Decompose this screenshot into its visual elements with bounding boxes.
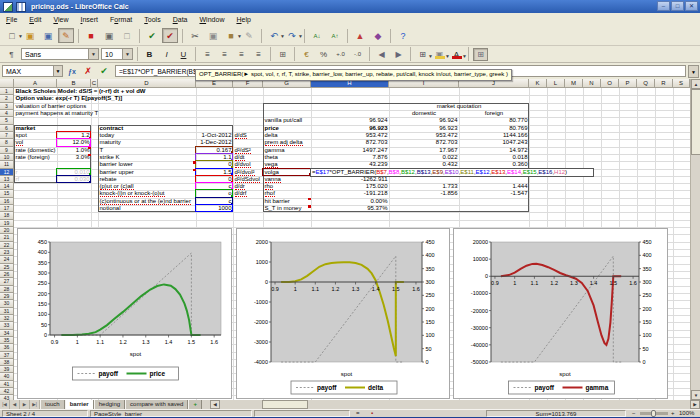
cell-H5[interactable]: 96.924 bbox=[311, 117, 389, 124]
print-preview-icon[interactable]: □ bbox=[119, 28, 135, 43]
cell-A7[interactable]: spot bbox=[14, 132, 57, 139]
row-header-21[interactable]: 21 bbox=[0, 234, 14, 241]
cell-J10[interactable]: 0.018 bbox=[459, 154, 529, 161]
currency-icon[interactable]: € bbox=[299, 48, 314, 61]
row-header-4[interactable]: 4 bbox=[0, 110, 14, 117]
menu-file[interactable]: File bbox=[0, 13, 23, 26]
borders-icon[interactable]: ⊞▼ bbox=[415, 48, 430, 61]
row-header-3[interactable]: 3 bbox=[0, 103, 14, 110]
sort-ascending-icon[interactable]: A↓ bbox=[309, 28, 325, 43]
cell-A10[interactable]: rate (foreign) bbox=[14, 154, 57, 161]
row-header-33[interactable]: 33 bbox=[0, 322, 14, 329]
horizontal-scrollbar[interactable]: ◀▶ bbox=[210, 400, 700, 409]
font-name-combo[interactable]: Sans▼ bbox=[21, 48, 99, 60]
cell-J11[interactable]: 0.360 bbox=[459, 161, 529, 168]
font-size-combo[interactable]: 10▼ bbox=[101, 48, 133, 60]
row-header-25[interactable]: 25 bbox=[0, 264, 14, 271]
cell-A13[interactable]: rf bbox=[14, 176, 57, 183]
cut-icon[interactable]: ✂ bbox=[187, 28, 203, 43]
copy-icon[interactable]: ▣ bbox=[205, 28, 221, 43]
cell-in-edit-H12[interactable]: =E$17*OPT_BARRIER(B$7,B$8,B$12,B$13,E$9,… bbox=[311, 169, 593, 176]
row-header-29[interactable]: 29 bbox=[0, 293, 14, 300]
cell-D9[interactable]: T bbox=[98, 147, 196, 154]
cell-H14[interactable]: 175.020 bbox=[311, 183, 389, 190]
cell-I4[interactable]: domestic bbox=[389, 110, 459, 117]
cell-D16[interactable]: (c)ontinuous or at the (e)nd barrier bbox=[98, 198, 196, 205]
row-header-1[interactable]: 1 bbox=[0, 88, 14, 95]
font-name-dropdown-icon[interactable]: ▼ bbox=[88, 49, 98, 59]
column-header-O[interactable]: O bbox=[601, 79, 619, 88]
sheet-nav-prev-icon[interactable]: ◀ bbox=[10, 400, 20, 409]
cell-A12[interactable]: r bbox=[14, 169, 57, 176]
cell-A2[interactable]: Option value: exp(-r T) E[payoff(S_T)] bbox=[14, 95, 57, 102]
cell-I5[interactable]: 96.924 bbox=[389, 117, 459, 124]
cell-A6[interactable]: market bbox=[14, 125, 57, 132]
cell-J5[interactable]: 80.770 bbox=[459, 117, 529, 124]
new-document-icon[interactable]: □▼ bbox=[4, 28, 20, 43]
row-header-14[interactable]: 14 bbox=[0, 183, 14, 190]
cell-D15[interactable]: knock-(i)n or knock-(o)ut bbox=[98, 190, 196, 197]
column-header-C[interactable]: C bbox=[91, 79, 98, 88]
row-header-28[interactable]: 28 bbox=[0, 286, 14, 293]
cell-A8[interactable]: vol bbox=[14, 139, 57, 146]
chart-delta[interactable]: 200010000-1000-2000-3000-400045040035030… bbox=[236, 228, 450, 399]
cell-F7[interactable]: d/dS bbox=[233, 132, 263, 139]
cell-A3[interactable]: valuation of barrier options bbox=[14, 103, 57, 110]
row-header-6[interactable]: 6 bbox=[0, 125, 14, 132]
cell-A1[interactable]: Black Scholes Model: dS/S = (r-rf) dt + … bbox=[14, 88, 57, 95]
paste-icon[interactable]: ■▼ bbox=[223, 28, 239, 43]
help-icon[interactable]: ? bbox=[395, 28, 411, 43]
cell-H6[interactable]: 96.923 bbox=[311, 125, 389, 132]
sheet-tab-touch[interactable]: touch bbox=[40, 400, 65, 409]
row-header-7[interactable]: 7 bbox=[0, 132, 14, 139]
cell-F10[interactable]: d/dt bbox=[233, 154, 263, 161]
cell-F14[interactable]: d/dr bbox=[233, 183, 263, 190]
merge-cells-icon[interactable]: ⊞ bbox=[275, 48, 290, 61]
horizontal-scrollbar-thumb[interactable] bbox=[262, 400, 308, 409]
row-header-12[interactable]: 12 bbox=[0, 169, 14, 176]
menu-data[interactable]: Data bbox=[167, 13, 194, 26]
function-wizard-icon[interactable]: ƒx bbox=[65, 65, 79, 78]
row-header-10[interactable]: 10 bbox=[0, 154, 14, 161]
decrease-indent-icon[interactable]: ◀ bbox=[374, 48, 389, 61]
cell-F12[interactable]: d²/dvol² bbox=[233, 169, 263, 176]
bold-icon[interactable]: B bbox=[142, 48, 157, 61]
cell-G7[interactable]: delta bbox=[263, 132, 311, 139]
zoom-slider[interactable] bbox=[640, 412, 668, 415]
sheet-nav-next-icon[interactable]: ▶ bbox=[20, 400, 30, 409]
zoom-slider-thumb[interactable] bbox=[651, 410, 656, 417]
cell-E7[interactable]: 1-Oct-2012 bbox=[196, 132, 233, 139]
cell-I10[interactable]: 0.022 bbox=[389, 154, 459, 161]
cell-I11[interactable]: 0.432 bbox=[389, 161, 459, 168]
cell-J6[interactable]: 80.769 bbox=[459, 125, 529, 132]
menu-tools[interactable]: Tools bbox=[138, 13, 166, 26]
minimize-button[interactable]: – bbox=[657, 1, 670, 11]
scroll-up-icon[interactable]: ▲ bbox=[691, 79, 700, 89]
row-header-5[interactable]: 5 bbox=[0, 117, 14, 124]
row-header-35[interactable]: 35 bbox=[0, 337, 14, 344]
cell-D17[interactable]: notional bbox=[98, 205, 196, 212]
maximize-button[interactable]: □ bbox=[671, 1, 684, 11]
cell-G9[interactable]: gamma bbox=[263, 147, 311, 154]
styles-icon[interactable]: ¶ bbox=[4, 48, 19, 61]
row-header-39[interactable]: 39 bbox=[0, 366, 14, 373]
row-header-42[interactable]: 42 bbox=[0, 388, 14, 395]
column-header-N[interactable]: N bbox=[583, 79, 601, 88]
cancel-icon[interactable]: ✗ bbox=[81, 65, 95, 78]
redo-icon[interactable]: ↷▼ bbox=[284, 28, 300, 43]
cell-H13[interactable]: -1262.911 bbox=[311, 176, 389, 183]
row-header-36[interactable]: 36 bbox=[0, 344, 14, 351]
cell-F15[interactable]: d/drf bbox=[233, 190, 263, 197]
cell-D12[interactable]: barrier upper bbox=[98, 169, 196, 176]
column-header-M[interactable]: M bbox=[565, 79, 583, 88]
name-box-dropdown-icon[interactable]: ▼ bbox=[54, 65, 63, 77]
menu-format[interactable]: Format bbox=[104, 13, 138, 26]
chart-gamma[interactable]: 20000100000-10000-20000-30000-40000-5000… bbox=[453, 228, 668, 399]
column-header-B[interactable]: B bbox=[57, 79, 91, 88]
cell-F11[interactable]: d/dvol bbox=[233, 161, 263, 168]
cell-D8[interactable]: maturity bbox=[98, 139, 196, 146]
menu-window[interactable]: Window bbox=[193, 13, 230, 26]
cell-G14[interactable]: rho bbox=[263, 183, 311, 190]
cell-H8[interactable]: 872.703 bbox=[311, 139, 389, 146]
add-sheet-tab[interactable]: + bbox=[188, 400, 202, 409]
